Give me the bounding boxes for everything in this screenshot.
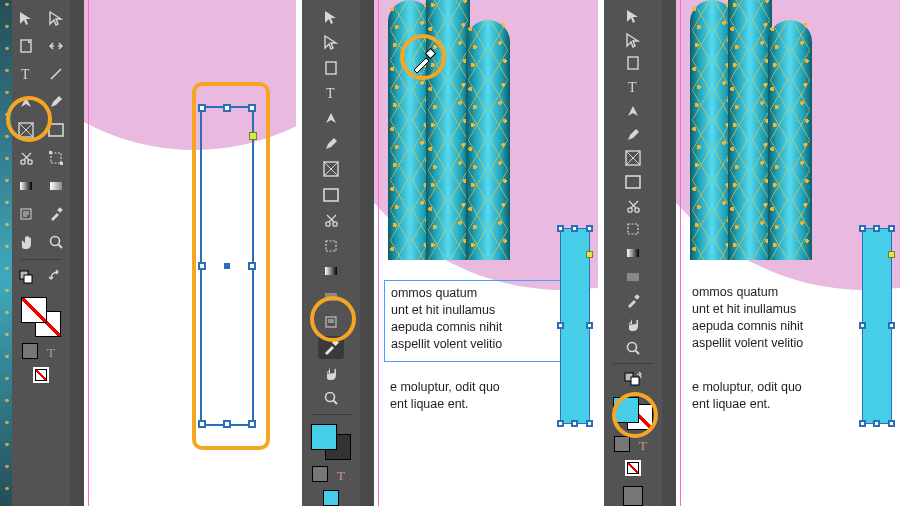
text-frame[interactable]: ommos quatumunt et hit inullamusaepuda c… [384, 280, 566, 362]
selected-rectangle-filled[interactable] [862, 228, 892, 424]
hand-tool-icon[interactable] [620, 314, 646, 336]
page-tool-icon[interactable] [13, 33, 39, 59]
resize-handle[interactable] [586, 225, 593, 232]
pen-tool-icon[interactable] [620, 100, 646, 122]
apply-color-icon[interactable] [312, 466, 328, 482]
document-canvas[interactable]: ommos quatumunt et hit inullamusaepuda c… [662, 0, 900, 506]
resize-handle[interactable] [888, 322, 895, 329]
center-point-handle[interactable] [224, 263, 230, 269]
resize-handle[interactable] [248, 262, 256, 270]
line-tool-icon[interactable] [43, 61, 69, 87]
apply-color-icon[interactable] [22, 343, 38, 359]
page-tool-icon[interactable] [620, 52, 646, 74]
scissors-tool-icon[interactable] [13, 145, 39, 171]
apply-color-icon[interactable] [614, 436, 630, 452]
rectangle-frame-tool-icon[interactable] [620, 147, 646, 169]
scissors-tool-icon[interactable] [620, 195, 646, 217]
eyedropper-tool-icon[interactable] [43, 201, 69, 227]
resize-handle[interactable] [571, 420, 578, 427]
toggle-fill-stroke-icon[interactable] [620, 368, 646, 390]
text-frame[interactable]: e moluptur, odit quoent liquae ent. [384, 375, 564, 420]
resize-handle[interactable] [873, 225, 880, 232]
resize-handle[interactable] [198, 262, 206, 270]
resize-handle[interactable] [248, 420, 256, 428]
pencil-tool-icon[interactable] [620, 124, 646, 146]
formatting-affects-text-icon[interactable]: T [44, 344, 60, 360]
selection-tool-icon[interactable] [13, 5, 39, 31]
document-canvas[interactable]: ommos quatumunt et hit inullamusaepuda c… [360, 0, 598, 506]
resize-handle[interactable] [859, 225, 866, 232]
toggle-fill-stroke-icon[interactable] [13, 264, 39, 290]
fill-stroke-proxy[interactable] [613, 397, 653, 430]
rectangle-frame-tool-icon[interactable] [13, 117, 39, 143]
rectangle-frame-tool-icon[interactable] [318, 158, 344, 181]
rectangle-tool-icon[interactable] [620, 171, 646, 193]
apply-none-icon[interactable] [625, 460, 641, 476]
gradient-feather-tool-icon[interactable] [620, 266, 646, 288]
resize-handle[interactable] [223, 104, 231, 112]
apply-none-icon[interactable] [33, 367, 49, 383]
gradient-feather-tool-icon[interactable] [43, 173, 69, 199]
resize-handle[interactable] [859, 420, 866, 427]
formatting-affects-text-icon[interactable]: T [636, 437, 652, 453]
note-tool-icon[interactable] [13, 201, 39, 227]
fill-stroke-proxy[interactable] [311, 424, 351, 460]
pencil-tool-icon[interactable] [318, 132, 344, 155]
selection-tool-icon[interactable] [620, 5, 646, 27]
type-tool-icon[interactable]: T [318, 81, 344, 104]
rectangle-tool-icon[interactable] [43, 117, 69, 143]
hand-tool-icon[interactable] [13, 229, 39, 255]
selected-rectangle-filled[interactable] [560, 228, 590, 424]
free-transform-tool-icon[interactable] [620, 219, 646, 241]
resize-handle[interactable] [557, 322, 564, 329]
resize-handle[interactable] [248, 104, 256, 112]
resize-handle[interactable] [571, 225, 578, 232]
zoom-tool-icon[interactable] [318, 387, 344, 410]
gap-tool-icon[interactable] [43, 33, 69, 59]
selection-tool-icon[interactable] [318, 5, 344, 28]
direct-selection-tool-icon[interactable] [620, 29, 646, 51]
text-frame[interactable]: e moluptur, odit quoent liquae ent. [686, 375, 866, 420]
eyedropper-tool-icon[interactable] [318, 336, 344, 359]
gradient-feather-tool-icon[interactable] [318, 285, 344, 308]
resize-handle[interactable] [888, 420, 895, 427]
gradient-swatch-tool-icon[interactable] [13, 173, 39, 199]
type-tool-icon[interactable]: T [620, 76, 646, 98]
resize-handle[interactable] [859, 322, 866, 329]
free-transform-tool-icon[interactable] [43, 145, 69, 171]
type-tool-icon[interactable]: T [13, 61, 39, 87]
resize-handle[interactable] [223, 420, 231, 428]
resize-handle[interactable] [198, 420, 206, 428]
resize-handle[interactable] [873, 420, 880, 427]
document-canvas[interactable]: aepuda comnis nihitaspellit volent velit… [70, 0, 296, 506]
free-transform-tool-icon[interactable] [318, 234, 344, 257]
text-frame[interactable]: ommos quatumunt et hit inullamusaepuda c… [686, 280, 866, 360]
resize-handle[interactable] [586, 420, 593, 427]
pen-tool-icon[interactable] [13, 89, 39, 115]
hand-tool-icon[interactable] [318, 361, 344, 384]
selected-rectangle[interactable] [200, 106, 254, 426]
last-color-swatch-icon[interactable] [323, 490, 339, 506]
resize-handle[interactable] [198, 104, 206, 112]
live-corner-handle[interactable] [888, 251, 895, 258]
gradient-swatch-tool-icon[interactable] [620, 242, 646, 264]
text-frame[interactable]: aepuda comnis nihitaspellit volent velit… [84, 180, 104, 290]
resize-handle[interactable] [888, 225, 895, 232]
live-corner-handle[interactable] [586, 251, 593, 258]
fill-stroke-proxy[interactable] [21, 297, 61, 337]
page-tool-icon[interactable] [318, 56, 344, 79]
resize-handle[interactable] [557, 225, 564, 232]
pen-tool-icon[interactable] [318, 107, 344, 130]
resize-handle[interactable] [586, 322, 593, 329]
zoom-tool-icon[interactable] [620, 337, 646, 359]
rectangle-tool-icon[interactable] [318, 183, 344, 206]
direct-selection-tool-icon[interactable] [318, 30, 344, 53]
scissors-tool-icon[interactable] [318, 209, 344, 232]
formatting-affects-text-icon[interactable]: T [334, 467, 350, 483]
resize-handle[interactable] [557, 420, 564, 427]
default-fill-stroke-icon[interactable] [43, 264, 69, 290]
eyedropper-tool-icon[interactable] [620, 290, 646, 312]
gradient-swatch-tool-icon[interactable] [318, 259, 344, 282]
live-corner-handle[interactable] [249, 132, 257, 140]
note-tool-icon[interactable] [318, 310, 344, 333]
